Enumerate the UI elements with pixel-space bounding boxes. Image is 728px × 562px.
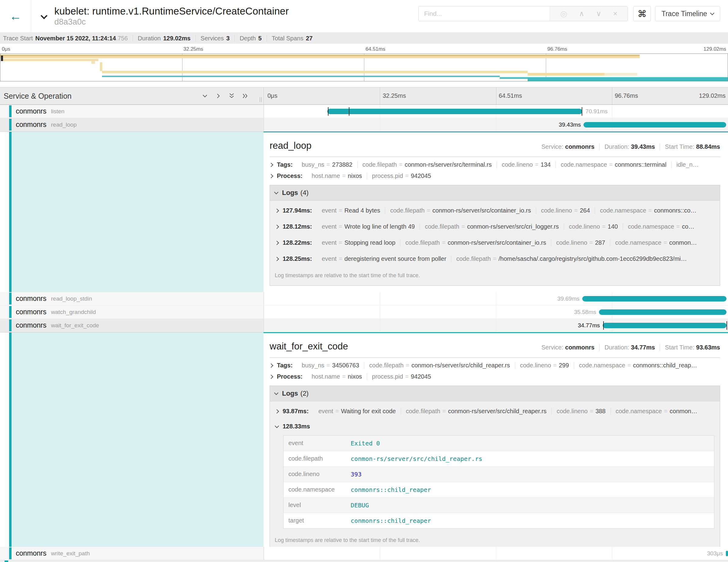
span-row-read-loop[interactable]: conmonrs read_loop 39.43ms (0, 118, 728, 131)
minimap-span-bar (604, 73, 637, 76)
span-row-wait-for-exit-code[interactable]: conmonrs wait_for_exit_code 34.77ms (0, 319, 728, 332)
find-next-icon[interactable]: ∨ (596, 9, 601, 18)
timeline-minimap[interactable] (0, 53, 728, 81)
chevron-right-icon (270, 363, 273, 367)
logs-header[interactable]: Logs (4) (270, 185, 720, 201)
summary-item: Services 3 (196, 35, 230, 42)
find-prev-icon[interactable]: ∧ (579, 9, 584, 18)
service-operation-header: Service & Operation (0, 87, 264, 104)
log-field-chip: code.lineno=140 (564, 223, 623, 230)
summary-item: Depth 5 (234, 35, 262, 42)
back-arrow-icon: ← (9, 9, 22, 23)
find-input[interactable] (419, 6, 550, 21)
span-name-cell[interactable]: conmonrs read_loop_stdin (0, 292, 264, 305)
meta-service: conmonrs (565, 143, 595, 150)
span-bar[interactable] (726, 551, 728, 556)
trace-summary-bar: Trace Start November 15 2022, 11:24:14 .… (0, 32, 728, 44)
log-field-key: code.namespace (284, 482, 346, 497)
span-detail-tint (12, 132, 264, 292)
locate-icon[interactable]: ◎ (560, 9, 567, 19)
span-duration-label: 303μs (707, 547, 723, 560)
span-bar[interactable] (603, 323, 726, 328)
back-button[interactable]: ← (0, 0, 31, 32)
span-row-read-loop-stdin[interactable]: conmonrs read_loop_stdin 39.69ms (0, 292, 728, 305)
keyboard-shortcuts-button[interactable]: ⌘ (633, 6, 651, 21)
process-row[interactable]: Process: host.name=nixos process.pid=942… (270, 373, 720, 380)
trace-collapse-icon[interactable] (41, 12, 48, 19)
log-entry[interactable]: 128.25ms: event=deregistering event sour… (270, 251, 720, 267)
span-timeline-cell[interactable]: 34.77ms (264, 319, 728, 332)
expand-one-icon[interactable] (215, 93, 222, 99)
span-timeline-cell[interactable]: 39.43ms (264, 118, 728, 131)
process-row[interactable]: Process: host.name=nixos process.pid=942… (270, 172, 720, 179)
span-name-cell[interactable]: conmonrs write_exit_path (0, 547, 264, 560)
span-detail-meta: Service:conmonrs Duration:34.77ms Start … (541, 344, 720, 351)
span-detail-title: wait_for_exit_code (270, 341, 348, 352)
span-operation: wait_for_exit_code (51, 322, 99, 329)
span-timeline-cell[interactable]: 35.58ms (264, 305, 728, 318)
summary-value: 5 (258, 35, 262, 42)
tag-chip: code.filepath=conmon-rs/server/src/termi… (357, 161, 497, 168)
span-color-accent (9, 132, 12, 292)
span-name-cell[interactable]: conmonrs wait_for_exit_code (0, 319, 264, 332)
summary-label: Duration (138, 35, 161, 42)
view-selector-button[interactable]: Trace Timeline (655, 6, 720, 21)
log-entry[interactable]: 127.94ms: event=Read 4 bytescode.filepat… (270, 203, 720, 219)
span-timeline-cell[interactable]: 303μs (264, 547, 728, 560)
collapse-one-icon[interactable] (202, 93, 208, 99)
log-field-key: code.lineno (284, 467, 346, 482)
span-operation: watch_grandchild (51, 309, 96, 315)
span-duration-label: 34.77ms (578, 319, 600, 332)
page-title: kubelet: runtime.v1.RuntimeService/Creat… (54, 6, 289, 17)
span-name-cell[interactable]: conmonrs watch_grandchild (0, 305, 264, 318)
span-bar[interactable] (599, 309, 726, 315)
span-detail-content: read_loop Service:conmonrs Duration:39.4… (264, 131, 728, 292)
log-entry[interactable]: 128.12ms: event=Wrote log line of length… (270, 219, 720, 235)
span-bar[interactable] (327, 109, 582, 114)
log-field-chip: event=Read 4 bytes (317, 207, 385, 214)
find-clear-icon[interactable]: × (613, 9, 617, 18)
span-service: conmonrs (16, 321, 46, 329)
log-field-value: DEBUG (346, 498, 714, 513)
log-entry[interactable]: 93.87ms: event=Waiting for exit codecode… (270, 403, 720, 419)
span-detail-meta: Service:conmonrs Duration:39.43ms Start … (541, 143, 720, 150)
log-entry[interactable]: 128.22ms: event=Stopping read loopcode.f… (270, 235, 720, 251)
span-name-cell[interactable]: conmonrs read_loop (0, 118, 264, 131)
span-row-listen[interactable]: conmonrs listen 70.91ms (0, 105, 728, 118)
logs-count: (2) (301, 390, 309, 397)
column-resize-grip[interactable] (260, 97, 262, 102)
span-operation: read_loop_stdin (51, 295, 92, 302)
logs-count: (4) (301, 189, 309, 197)
span-timeline-cell[interactable]: 70.91ms (264, 105, 728, 118)
service-operation-label: Service & Operation (4, 92, 72, 100)
summary-item: Total Spans 27 (267, 35, 313, 42)
log-field-chip: code.lineno=388 (551, 408, 610, 415)
chevron-right-icon (270, 374, 273, 379)
tags-row[interactable]: Tags: busy_ns=34506763 code.filepath=con… (270, 362, 720, 369)
log-field-value: Exited 0 (346, 436, 714, 451)
minimap-span-bar (102, 76, 500, 77)
span-row-watch-grandchild[interactable]: conmonrs watch_grandchild 35.58ms (0, 305, 728, 319)
log-field-chip: code.filepath=/home/sascha/.cargo/regist… (451, 255, 692, 262)
minimap-scrub-handle[interactable] (1, 56, 3, 61)
collapse-all-icon[interactable] (228, 93, 235, 99)
span-detail-left-fill (0, 332, 264, 547)
span-color-accent (9, 306, 12, 318)
log-entry-expanded[interactable]: 128.33ms (270, 419, 720, 432)
span-name-cell[interactable]: conmonrs listen (0, 105, 264, 118)
tags-row[interactable]: Tags: busy_ns=273882 code.filepath=conmo… (270, 161, 720, 168)
span-color-accent (9, 105, 12, 117)
page-header: ← kubelet: runtime.v1.RuntimeService/Cre… (0, 0, 728, 32)
span-detail-wait-for-exit-code: wait_for_exit_code Service:conmonrs Dura… (0, 332, 728, 547)
span-timeline-cell[interactable]: 39.69ms (264, 292, 728, 305)
expand-all-icon[interactable] (242, 93, 248, 99)
minimap-tick: 0μs (2, 46, 10, 52)
minimap-span-bar (100, 62, 102, 71)
logs-header[interactable]: Logs (2) (270, 386, 720, 401)
chevron-right-icon (275, 409, 279, 413)
span-row-write-exit-path[interactable]: conmonrs write_exit_path 303μs (0, 547, 728, 560)
span-bar[interactable] (582, 296, 727, 301)
log-field-chip: code.namespace=conmon… (610, 239, 702, 246)
span-bar[interactable] (583, 122, 726, 128)
summary-suffix: .756 (116, 35, 128, 42)
